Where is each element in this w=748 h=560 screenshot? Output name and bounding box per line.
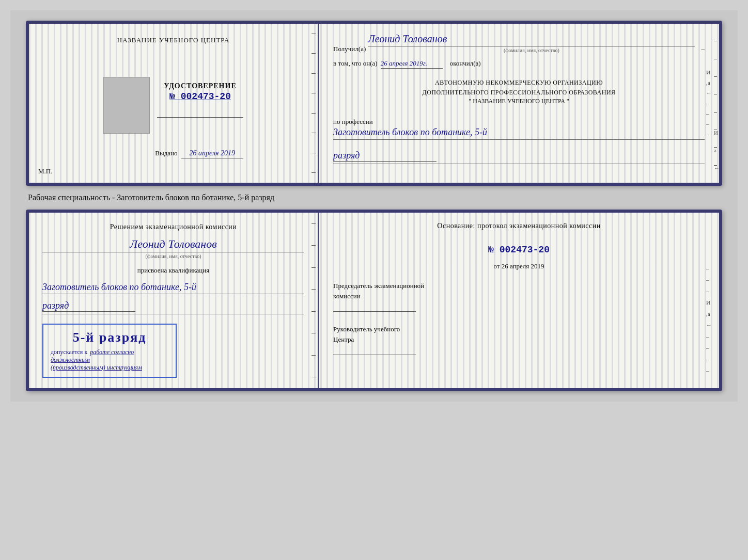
- prisvoena-text: присвоена квалификация: [42, 266, 304, 275]
- resheniem-text: Решением экзаменационной комиссии: [42, 223, 304, 231]
- doc2-right-panel: Основание: протокол экзаменационной коми…: [319, 213, 719, 388]
- rukovoditel-label1: Руководитель учебного: [333, 324, 705, 334]
- razryad2-block: разряд: [42, 299, 304, 314]
- doc1-center-title: НАЗВАНИЕ УЧЕБНОГО ЦЕНТРА: [44, 36, 302, 44]
- predsedatel-sign-line: [333, 311, 416, 312]
- doc2-side-labels: – – – И ,а ← – – – –: [706, 265, 712, 374]
- razryad-text: разряд: [333, 150, 437, 162]
- predsedatel-block: Председатель экзаменационной комиссии: [333, 281, 705, 312]
- border-ticks: [311, 24, 318, 183]
- predsedatel-label1: Председатель экзаменационной: [333, 281, 705, 291]
- vtom-line: в том, что он(а) 26 апреля 2019г. окончи…: [333, 59, 705, 69]
- document-card-1: НАЗВАНИЕ УЧЕБНОГО ЦЕНТРА УДОСТОВЕРЕНИЕ №…: [26, 21, 722, 186]
- right-ticks: И а ←: [714, 24, 717, 183]
- doc1-left-panel: НАЗВАНИЕ УЧЕБНОГО ЦЕНТРА УДОСТОВЕРЕНИЕ №…: [29, 24, 319, 183]
- qualification-text: Заготовитель блоков по ботанике, 5-й: [42, 281, 304, 294]
- person-name: Леонид Толованов: [42, 237, 304, 252]
- predsedatel-label2: комиссии: [333, 291, 705, 301]
- osnovanie-text: Основание: протокол экзаменационной коми…: [333, 222, 705, 230]
- doc2-left-ticks: [311, 213, 318, 388]
- protocol-number-block: № 002473-20: [333, 241, 705, 255]
- po-professii-block: по профессии Заготовитель блоков по бота…: [333, 115, 705, 139]
- person-block: Леонид Толованов (фамилия, имя, отчество…: [42, 235, 304, 259]
- doc1-number: № 002473-20: [157, 91, 243, 102]
- doc2-left-panel: Решением экзаменационной комиссии Леонид…: [29, 213, 319, 388]
- stamp-number: 5-й разряд: [51, 330, 168, 345]
- photo-placeholder: [103, 77, 150, 134]
- org-block: АВТОНОМНУЮ НЕКОММЕРЧЕСКУЮ ОРГАНИЗАЦИЮ ДО…: [333, 78, 705, 105]
- rukovoditel-block: Руководитель учебного Центра: [333, 324, 705, 355]
- profession-text: Заготовитель блоков по ботанике, 5-й: [333, 126, 705, 139]
- subtitle-text: Рабочая специальность - Заготовитель бло…: [26, 186, 722, 210]
- document-card-2: Решением экзаменационной комиссии Леонид…: [26, 210, 722, 391]
- protocol-number: № 002473-20: [333, 245, 705, 255]
- mp-label: М.П.: [38, 167, 52, 175]
- rukovoditel-label2: Центра: [333, 334, 705, 345]
- ot-line: от 26 апреля 2019: [333, 262, 705, 270]
- rukovoditel-sign-line: [333, 355, 416, 355]
- vydano-line: Выдано 26 апреля 2019: [103, 149, 243, 158]
- doc1-right-panel: Получил(а) Леонид Толованов (фамилия, им…: [319, 24, 719, 183]
- stamp-box: 5-й разряд допускается к работе согласно…: [42, 324, 177, 378]
- side-labels: И ,а ← – – – –: [706, 69, 712, 137]
- poluchil-name: Леонид Толованов: [368, 33, 695, 46]
- razryad-block: разряд: [333, 148, 705, 164]
- udostoverenie-label: УДОСТОВЕРЕНИЕ: [157, 82, 243, 90]
- poluchil-line: Получил(а) Леонид Толованов (фамилия, им…: [333, 33, 705, 53]
- page-container: НАЗВАНИЕ УЧЕБНОГО ЦЕНТРА УДОСТОВЕРЕНИЕ №…: [10, 10, 738, 402]
- dopuskaetsya-text: допускается к работе согласно должностны…: [51, 348, 168, 372]
